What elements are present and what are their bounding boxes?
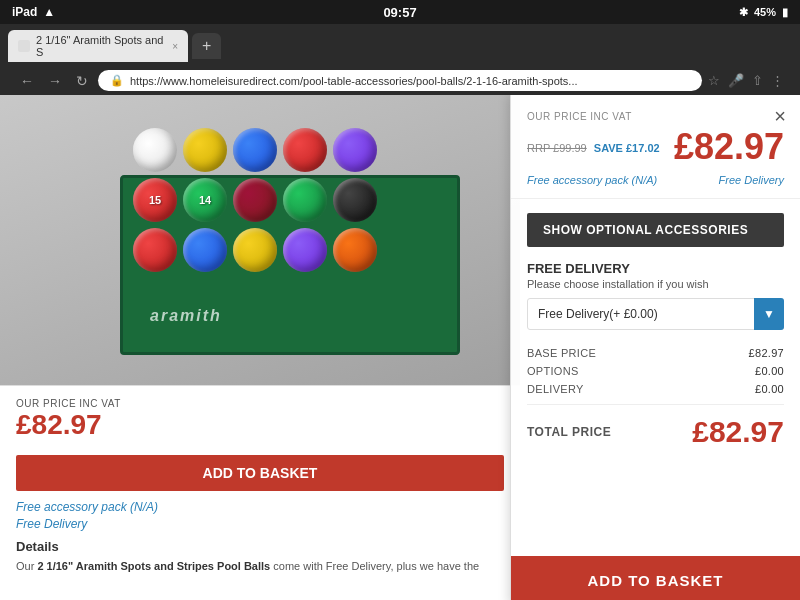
panel-close-btn[interactable]: × <box>774 105 786 128</box>
ball-9 <box>183 128 227 172</box>
back-button[interactable]: ← <box>16 71 38 91</box>
panel-header: OUR PRICE INC VAT RRP £99.99 SAVE £17.02… <box>511 95 800 199</box>
ball-row-2: 15 14 <box>133 178 377 222</box>
price-breakdown: BASE PRICE £82.97 OPTIONS £0.00 DELIVERY… <box>527 344 784 453</box>
ball-box: 15 14 <box>120 175 460 355</box>
tab-bar: 2 1/16" Aramith Spots and S × + <box>8 30 792 62</box>
ball-15: 15 <box>133 178 177 222</box>
delivery-select-wrapper: Free Delivery(+ £0.00) ▼ <box>527 298 784 330</box>
total-label: TOTAL PRICE <box>527 425 611 439</box>
details-section: Details Our 2 1/16" Aramith Spots and St… <box>16 539 504 575</box>
delivery-row: DELIVERY £0.00 <box>527 380 784 398</box>
ball-1 <box>133 228 177 272</box>
price-label-sm: OUR PRICE INC VAT <box>16 398 121 409</box>
ball-10 <box>233 128 277 172</box>
tab-close-btn[interactable]: × <box>172 41 178 52</box>
new-tab[interactable]: + <box>192 33 221 59</box>
panel-price-row: RRP £99.99 SAVE £17.02 £82.97 <box>527 126 784 168</box>
time-display: 09:57 <box>383 5 416 20</box>
ball-14: 14 <box>183 178 227 222</box>
options-row: OPTIONS £0.00 <box>527 362 784 380</box>
status-right: ✱ 45% ▮ <box>739 6 788 19</box>
base-price-label: BASE PRICE <box>527 347 596 359</box>
total-price: £82.97 <box>692 415 784 449</box>
lock-icon: 🔒 <box>110 74 124 87</box>
bluetooth-icon: ✱ <box>739 6 748 19</box>
free-delivery-link[interactable]: Free Delivery <box>719 174 784 186</box>
active-tab[interactable]: 2 1/16" Aramith Spots and S × <box>8 30 188 62</box>
panel-price: £82.97 <box>674 126 784 168</box>
total-row: TOTAL PRICE £82.97 <box>527 411 784 453</box>
price-divider <box>527 404 784 405</box>
address-bar-row: ← → ↻ 🔒 https://www.homeleisuredirect.co… <box>8 66 792 95</box>
free-delivery-sub: Please choose installation if you wish <box>527 278 784 290</box>
panel-body: SHOW OPTIONAL ACCESSORIES FREE DELIVERY … <box>511 199 800 556</box>
forward-button[interactable]: → <box>44 71 66 91</box>
options-label: OPTIONS <box>527 365 579 377</box>
add-to-basket-preview-btn[interactable]: ADD TO BASKET <box>16 455 504 491</box>
menu-icon[interactable]: ⋮ <box>771 73 784 88</box>
free-delivery-text: Free Delivery <box>16 517 504 531</box>
ball-11 <box>283 128 327 172</box>
ball-row-3 <box>133 228 377 272</box>
main-content-area: 15 14 aramith <box>0 95 800 600</box>
base-price-val: £82.97 <box>749 347 784 359</box>
free-delivery-heading: FREE DELIVERY <box>527 261 784 276</box>
ball-8 <box>333 178 377 222</box>
status-bar: iPad ▲ 09:57 ✱ 45% ▮ <box>0 0 800 24</box>
free-row: Free accessory pack (N/A) Free Delivery <box>527 174 784 186</box>
panel-footer: ADD TO BASKET <box>511 556 800 600</box>
ball-5 <box>333 228 377 272</box>
tab-favicon <box>18 40 30 52</box>
ball-4 <box>283 228 327 272</box>
price-section-left: OUR PRICE INC VAT £82.97 <box>16 398 504 441</box>
balls-container: 15 14 aramith <box>120 115 460 365</box>
status-left: iPad ▲ <box>12 5 55 19</box>
browser-chrome: 2 1/16" Aramith Spots and S × + ← → ↻ 🔒 … <box>0 24 800 95</box>
ball-6 <box>233 178 277 222</box>
product-image: 15 14 aramith <box>0 95 520 385</box>
base-price-row: BASE PRICE £82.97 <box>527 344 784 362</box>
add-to-basket-btn[interactable]: ADD TO BASKET <box>511 556 800 600</box>
show-accessories-btn[interactable]: SHOW OPTIONAL ACCESSORIES <box>527 213 784 247</box>
wifi-icon: ▲ <box>43 5 55 19</box>
delivery-select[interactable]: Free Delivery(+ £0.00) <box>527 298 784 330</box>
rrp-text: RRP £99.99 <box>527 142 587 154</box>
reload-button[interactable]: ↻ <box>72 71 92 91</box>
ball-12 <box>333 128 377 172</box>
free-accessory-text: Free accessory pack (N/A) <box>16 500 504 514</box>
ball-2 <box>183 228 227 272</box>
aramith-logo: aramith <box>150 307 222 325</box>
details-text: Our 2 1/16" Aramith Spots and Stripes Po… <box>16 558 504 575</box>
tab-title: 2 1/16" Aramith Spots and S <box>36 34 166 58</box>
mic-icon[interactable]: 🎤 <box>728 73 744 88</box>
price-big-left: £82.97 <box>16 409 121 441</box>
share-icon[interactable]: ⇧ <box>752 73 763 88</box>
our-price-label: OUR PRICE INC VAT <box>527 111 784 122</box>
product-image-area: 15 14 aramith <box>0 95 520 600</box>
ball-3 <box>233 228 277 272</box>
address-text: https://www.homeleisuredirect.com/pool-t… <box>130 75 690 87</box>
battery-label: 45% <box>754 6 776 18</box>
bookmark-icon[interactable]: ☆ <box>708 73 720 88</box>
panel-price-col: RRP £99.99 SAVE £17.02 <box>527 140 660 154</box>
side-panel: × OUR PRICE INC VAT RRP £99.99 SAVE £17.… <box>510 95 800 600</box>
save-text: SAVE £17.02 <box>594 142 660 154</box>
details-heading: Details <box>16 539 504 554</box>
price-left-col: OUR PRICE INC VAT £82.97 <box>16 398 121 441</box>
rrp-row: RRP £99.99 SAVE £17.02 <box>527 142 660 154</box>
ball-white <box>133 128 177 172</box>
new-tab-icon: + <box>202 37 211 55</box>
ball-7 <box>283 178 327 222</box>
battery-icon: ▮ <box>782 6 788 19</box>
ball-row-1 <box>133 128 377 172</box>
free-accessory-link[interactable]: Free accessory pack (N/A) <box>527 174 657 186</box>
device-label: iPad <box>12 5 37 19</box>
left-panel-bottom: OUR PRICE INC VAT £82.97 ADD TO BASKET F… <box>0 385 520 600</box>
delivery-val: £0.00 <box>755 383 784 395</box>
address-bar[interactable]: 🔒 https://www.homeleisuredirect.com/pool… <box>98 70 702 91</box>
delivery-label: DELIVERY <box>527 383 584 395</box>
browser-action-icons: ☆ 🎤 ⇧ ⋮ <box>708 73 784 88</box>
options-val: £0.00 <box>755 365 784 377</box>
